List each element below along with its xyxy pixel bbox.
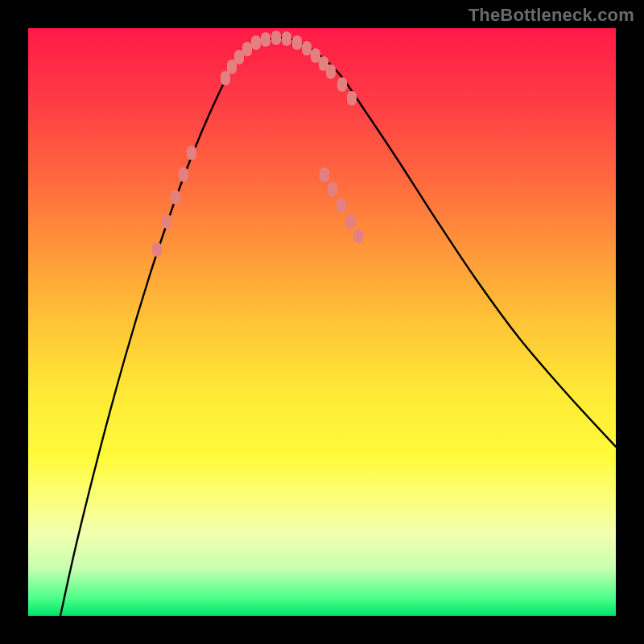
highlight-dot <box>320 167 329 182</box>
highlight-dot <box>187 146 196 160</box>
highlight-dot <box>261 32 270 47</box>
highlight-dot <box>152 242 162 257</box>
highlight-dot <box>271 31 281 45</box>
highlight-dot <box>292 35 302 50</box>
highlight-dot <box>345 214 355 229</box>
highlight-dot <box>336 198 346 213</box>
highlight-dot <box>162 214 171 229</box>
highlight-dot <box>337 77 347 92</box>
bottleneck-curve <box>60 37 616 616</box>
highlight-dot <box>302 41 312 56</box>
highlight-dot <box>251 35 261 50</box>
highlight-dot <box>171 190 180 204</box>
highlight-dot <box>328 182 337 196</box>
watermark-text: TheBottleneck.com <box>469 5 634 26</box>
plot-area <box>28 28 616 616</box>
highlight-dot <box>221 71 230 85</box>
highlight-dot <box>282 31 291 46</box>
chart-frame: TheBottleneck.com <box>0 0 644 644</box>
curve-layer <box>28 28 616 616</box>
highlight-dot <box>326 64 336 79</box>
highlight-dot <box>179 167 188 182</box>
highlight-dot <box>353 229 363 243</box>
highlight-dot <box>347 91 357 105</box>
highlight-dots <box>152 31 363 257</box>
highlight-dot <box>242 42 252 56</box>
